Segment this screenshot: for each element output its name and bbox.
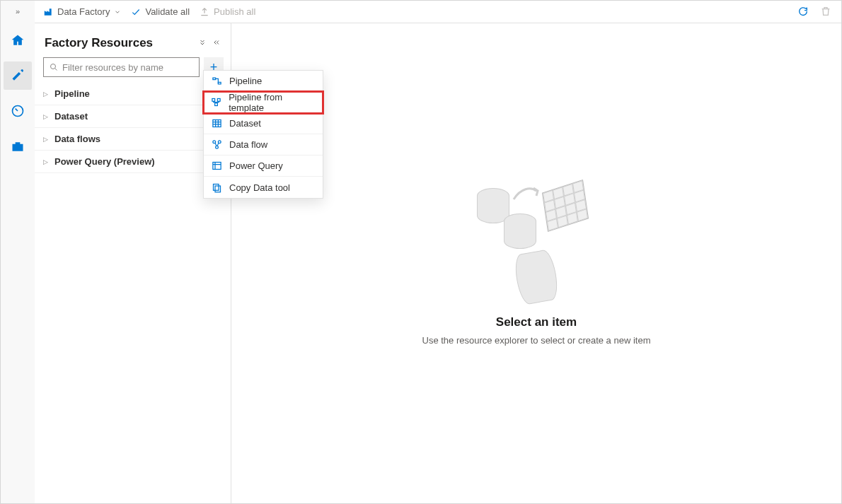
chevrons-left-icon <box>212 38 221 47</box>
gauge-icon <box>11 104 25 118</box>
svg-rect-6 <box>215 103 218 106</box>
rail-monitor-button[interactable] <box>4 97 32 125</box>
trash-icon <box>820 6 831 17</box>
tree-item-label: Pipeline <box>54 88 90 99</box>
search-icon <box>50 63 58 71</box>
menu-item-label: Copy Data tool <box>229 182 290 193</box>
chevron-right-icon: ▷ <box>43 158 49 165</box>
chevron-right-icon: ▷ <box>43 113 49 120</box>
search-input[interactable] <box>62 62 193 73</box>
refresh-button[interactable] <box>797 6 810 18</box>
publish-label: Publish all <box>214 6 255 17</box>
validate-label: Validate all <box>145 6 190 17</box>
svg-rect-13 <box>215 186 221 192</box>
tree-item-label: Data flows <box>54 134 100 144</box>
publish-all-button[interactable]: Publish all <box>200 6 255 17</box>
home-icon <box>11 33 25 47</box>
search-input-wrap <box>43 57 200 77</box>
copy-icon <box>211 182 222 193</box>
svg-rect-12 <box>213 184 219 190</box>
svg-point-1 <box>51 64 56 69</box>
workspace-dropdown[interactable]: Data Factory <box>43 6 121 17</box>
svg-rect-7 <box>212 120 220 127</box>
menu-item-dataset[interactable]: Dataset <box>204 113 323 134</box>
tree-item-dataflows[interactable]: ▷ Data flows <box>35 128 231 151</box>
svg-rect-2 <box>212 78 215 80</box>
chevron-right-icon: ▷ <box>43 136 49 143</box>
rail-manage-button[interactable] <box>4 132 32 160</box>
chevrons-down-icon <box>198 38 207 47</box>
tree-item-dataset[interactable]: ▷ Dataset <box>35 105 231 128</box>
svg-rect-11 <box>212 163 220 170</box>
menu-item-dataflow[interactable]: Data flow <box>204 134 323 156</box>
menu-item-label: Data flow <box>229 139 267 150</box>
rail-author-button[interactable] <box>4 61 32 90</box>
svg-rect-4 <box>212 99 215 102</box>
dataset-icon <box>211 118 222 129</box>
factory-icon <box>43 7 53 17</box>
tree-item-label: Power Query (Preview) <box>54 156 155 167</box>
menu-item-label: Dataset <box>229 118 261 129</box>
menu-item-pipeline-template[interactable]: Pipeline from template <box>204 92 323 113</box>
upload-icon <box>200 7 209 17</box>
chevron-right-icon: ▷ <box>43 90 49 98</box>
check-icon <box>131 7 141 17</box>
panel-title: Factory Resources <box>45 36 198 50</box>
tree-item-pipeline[interactable]: ▷ Pipeline <box>35 83 231 105</box>
pipeline-icon <box>211 76 222 87</box>
powerquery-icon <box>211 160 222 172</box>
collapse-panel-button[interactable] <box>212 38 221 48</box>
workspace-label: Data Factory <box>57 6 110 17</box>
pencil-icon <box>11 69 25 83</box>
empty-subtitle: Use the resource explorer to select or c… <box>422 335 651 346</box>
svg-point-10 <box>215 146 218 148</box>
discard-button[interactable] <box>820 6 833 18</box>
tree-item-label: Dataset <box>54 111 88 122</box>
top-toolbar: Data Factory Validate all Publish all <box>35 1 841 23</box>
tree-item-powerquery[interactable]: ▷ Power Query (Preview) <box>35 151 231 173</box>
rail-home-button[interactable] <box>4 26 32 54</box>
add-resource-menu: Pipeline Pipeline from template Dataset … <box>203 70 323 199</box>
refresh-icon <box>797 6 809 17</box>
validate-all-button[interactable]: Validate all <box>131 6 190 17</box>
menu-item-label: Power Query <box>229 160 283 171</box>
expand-rail-button[interactable]: » <box>1 4 35 19</box>
dataflow-icon <box>211 139 222 151</box>
menu-item-label: Pipeline from template <box>229 92 316 113</box>
left-icon-rail: » <box>1 1 35 503</box>
menu-item-copydata[interactable]: Copy Data tool <box>204 177 323 198</box>
toolbox-icon <box>11 139 25 153</box>
menu-item-label: Pipeline <box>229 76 262 86</box>
menu-item-powerquery[interactable]: Power Query <box>204 156 323 177</box>
resource-panel: Factory Resources + ▷ Pipeline ▷ Dataset <box>35 23 231 503</box>
collapse-all-button[interactable] <box>198 38 207 48</box>
svg-rect-5 <box>217 99 220 102</box>
menu-item-pipeline[interactable]: Pipeline <box>204 71 323 92</box>
empty-title: Select an item <box>496 315 577 329</box>
empty-illustration <box>473 181 600 301</box>
resource-tree: ▷ Pipeline ▷ Dataset ▷ Data flows ▷ Powe… <box>35 83 231 173</box>
chevron-down-icon <box>114 8 121 16</box>
template-icon <box>211 97 221 108</box>
